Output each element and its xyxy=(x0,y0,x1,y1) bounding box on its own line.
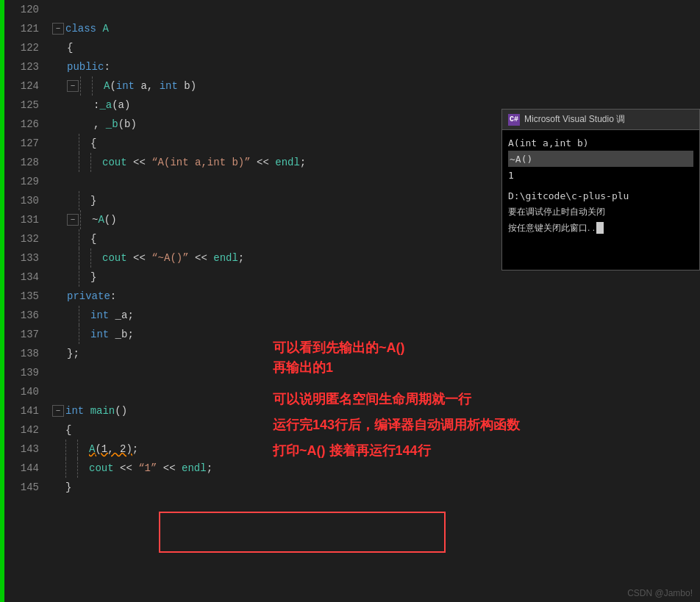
terminal-cursor xyxy=(596,222,604,234)
csdn-footer: CSDN @Jambo! xyxy=(627,588,693,598)
line-num-141: 141 xyxy=(4,401,39,420)
keyword-int-1: int xyxy=(116,80,135,92)
terminal-line-1: A(int a,int b) xyxy=(508,135,693,151)
code-line-123: public : xyxy=(45,57,700,76)
line-num-139: 139 xyxy=(4,363,39,382)
line-num-137: 137 xyxy=(4,325,39,344)
terminal-line-6: 要在调试停止时自动关闭 xyxy=(508,204,693,220)
line-num-140: 140 xyxy=(4,382,39,401)
string-3: “1” xyxy=(138,462,157,474)
annotation-line2: 再输出的1 xyxy=(273,358,530,378)
keyword-int-4: int xyxy=(90,329,109,340)
collapse-141[interactable]: − xyxy=(52,405,64,417)
code-line-122: { xyxy=(45,38,700,57)
collapse-121[interactable]: − xyxy=(52,23,64,35)
annotation-box: 可以看到先输出的~A() 再输出的1 可以说明匿名空间生命周期就一行 运行完14… xyxy=(273,338,530,461)
terminal-titlebar: C# Microsoft Visual Studio 调 xyxy=(502,110,699,130)
line-num-144: 144 xyxy=(4,459,39,478)
editor-area: 120 121 122 123 124 125 126 127 128 129 … xyxy=(0,0,700,602)
terminal-window: C# Microsoft Visual Studio 调 A(int a,int… xyxy=(501,109,700,270)
string-2: “~A()” xyxy=(151,252,188,264)
line-num-120: 120 xyxy=(4,0,39,19)
string-1: “A(int a,int b)” xyxy=(151,157,250,168)
line-num-134: 134 xyxy=(4,268,39,287)
code-line-144: cout << “1” << endl ; xyxy=(45,459,700,478)
code-line-121: − class A xyxy=(45,19,700,38)
code-content: − class A { public : − xyxy=(45,0,700,602)
line-num-143: 143 xyxy=(4,440,39,459)
line-num-135: 135 xyxy=(4,287,39,306)
line-num-127: 127 xyxy=(4,134,39,153)
destructor-name: A xyxy=(98,214,104,226)
code-line-136: int _a; xyxy=(45,306,700,325)
line-num-129: 129 xyxy=(4,172,39,191)
cout-1: cout xyxy=(102,157,127,168)
keyword-int-3: int xyxy=(90,309,109,321)
line-num-124: 124 xyxy=(4,76,39,96)
line-num-138: 138 xyxy=(4,344,39,363)
code-line-124: − A ( int a, int b) xyxy=(45,76,700,96)
keyword-int-main: int xyxy=(65,405,84,417)
line-numbers: 120 121 122 123 124 125 126 127 128 129 … xyxy=(4,0,45,602)
keyword-public: public xyxy=(67,61,104,73)
line-num-130: 130 xyxy=(4,191,39,210)
keyword-class: class xyxy=(65,23,96,35)
annotation-line1: 可以看到先输出的~A() xyxy=(273,338,530,358)
collapse-124[interactable]: − xyxy=(67,80,79,92)
code-line-135: private : xyxy=(45,287,700,306)
endl-2: endl xyxy=(213,252,238,264)
line-num-126: 126 xyxy=(4,115,39,134)
annotation-line5: 打印~A() 接着再运行144行 xyxy=(273,441,530,461)
line-num-145: 145 xyxy=(4,478,39,497)
class-name: A xyxy=(102,23,108,35)
member-a: _a xyxy=(99,99,112,111)
line-num-125: 125 xyxy=(4,96,39,115)
call-A: A xyxy=(89,443,95,455)
terminal-line-2: ~A() xyxy=(508,151,693,167)
code-line-145: } xyxy=(45,478,700,497)
collapse-131[interactable]: − xyxy=(67,214,79,226)
endl-3: endl xyxy=(182,462,207,474)
endl-1: endl xyxy=(275,157,300,168)
main-func: main xyxy=(90,405,115,417)
line-num-133: 133 xyxy=(4,248,39,268)
highlight-box xyxy=(159,512,446,553)
constructor-name: A xyxy=(104,80,110,92)
terminal-line-3: 1 xyxy=(508,167,693,183)
line-num-121: 121 xyxy=(4,19,39,38)
cout-3: cout xyxy=(89,462,114,474)
line-num-128: 128 xyxy=(4,153,39,172)
line-num-136: 136 xyxy=(4,306,39,325)
keyword-int-2: int xyxy=(160,80,178,92)
vs-icon: C# xyxy=(508,114,520,126)
annotation-line4: 运行完143行后，编译器自动调用析构函数 xyxy=(273,415,530,435)
line-num-131: 131 xyxy=(4,210,39,229)
terminal-line-5: D:\gitcode\c-plus-plu xyxy=(508,187,693,204)
terminal-line-7: 按任意键关闭此窗口. . xyxy=(508,220,693,236)
member-b: _b xyxy=(106,118,118,130)
code-line-120 xyxy=(45,0,700,19)
terminal-title: Microsoft Visual Studio 调 xyxy=(524,113,625,126)
terminal-body: A(int a,int b) ~A() 1 D:\gitcode\c-plus-… xyxy=(502,130,699,240)
keyword-private: private xyxy=(67,290,110,302)
line-num-123: 123 xyxy=(4,57,39,76)
cout-2: cout xyxy=(102,252,127,264)
line-num-142: 142 xyxy=(4,420,39,440)
line-num-122: 122 xyxy=(4,38,39,57)
line-num-132: 132 xyxy=(4,229,39,248)
annotation-line3: 可以说明匿名空间生命周期就一行 xyxy=(273,390,530,409)
